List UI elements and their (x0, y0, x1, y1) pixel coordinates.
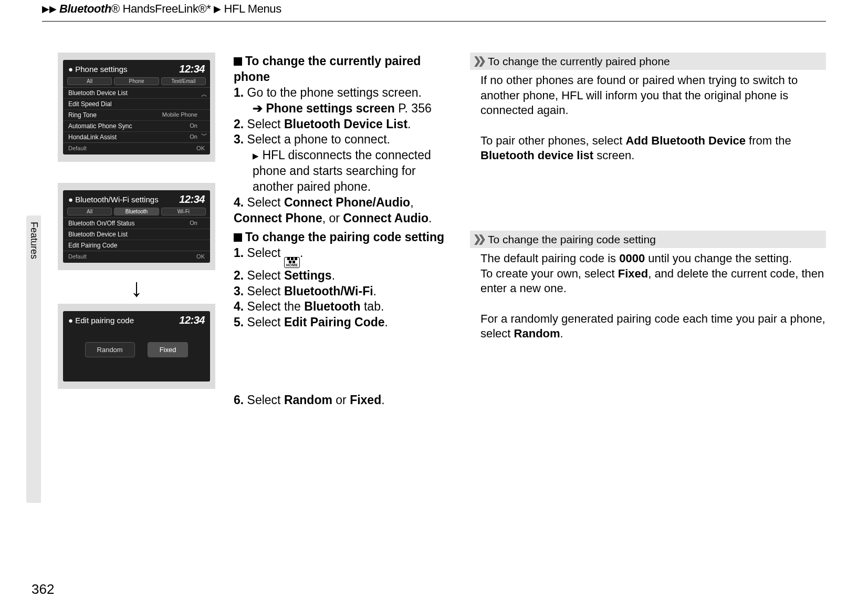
breadcrumb-part: HFL Menus (224, 2, 281, 15)
screenshot-bluetooth-wifi-settings: ● Bluetooth/Wi-Fi settings 12:34 All Blu… (58, 183, 215, 270)
step: 2. Select Bluetooth Device List. (234, 117, 459, 132)
list-item[interactable]: Bluetooth On/Off StatusOn (63, 218, 210, 229)
triangle-icon: ▶▶ (42, 4, 56, 14)
screen-footer-right[interactable]: OK (196, 253, 205, 260)
screen-title: Bluetooth/Wi-Fi settings (75, 195, 158, 204)
note-heading: ❯❯ To change the pairing code setting (470, 231, 826, 248)
list-item[interactable]: Edit Speed Dial (63, 99, 210, 110)
notes-column: ❯❯ To change the currently paired phone … (470, 53, 826, 408)
side-tab-label: Features (28, 222, 39, 259)
breadcrumb: ▶▶ Bluetooth® HandsFreeLink®* ▶ HFL Menu… (42, 0, 826, 22)
screenshot-phone-settings: ● Phone settings 12:34 All Phone Text/Em… (58, 53, 215, 162)
screen-time: 12:34 (179, 193, 205, 205)
screen-time: 12:34 (179, 63, 205, 75)
section-heading: To change the currently paired phone (234, 54, 459, 85)
list-item[interactable]: Bluetooth Device List (63, 229, 210, 240)
list-item[interactable]: Edit Pairing Code (63, 240, 210, 251)
side-tab: Features (26, 215, 41, 503)
chevron-icon: ❯❯ (473, 233, 483, 246)
step: 6. Select Random or Fixed. (234, 393, 459, 408)
step: 1. Select HOME . (234, 245, 459, 268)
scroll-indicator[interactable]: ︽︾ (201, 90, 208, 140)
sub-step: ▶ HFL disconnects the connected phone an… (253, 148, 459, 195)
screenshot-edit-pairing-code: ● Edit pairing code 12:34 Random Fixed (58, 304, 215, 389)
screen-tab[interactable]: All (67, 77, 112, 85)
breadcrumb-part: ® (111, 2, 120, 15)
home-icon: HOME (284, 257, 300, 268)
screen-time: 12:34 (179, 314, 205, 326)
step: 1. Go to the phone settings screen. (234, 85, 459, 101)
screen-tab[interactable]: Bluetooth (114, 208, 159, 215)
list-item[interactable]: Bluetooth Device List (63, 88, 210, 99)
step: 5. Select Edit Pairing Code. (234, 315, 459, 331)
list-item[interactable]: Automatic Phone SyncOn (63, 121, 210, 132)
note-body: If no other phones are found or paired w… (470, 73, 826, 170)
screen-tab[interactable]: Text/Email (161, 77, 206, 85)
instructions-column: To change the currently paired phone 1. … (234, 53, 459, 408)
triangle-icon: ▶ (214, 4, 221, 14)
random-button[interactable]: Random (85, 342, 135, 357)
step: 4. Select Connect Phone/Audio, Connect P… (234, 195, 459, 226)
list-item[interactable]: HondaLink AssistOn (63, 132, 210, 142)
page-number: 362 (32, 581, 54, 597)
triangle-icon: ▶ (253, 151, 259, 160)
list-item[interactable]: Ring ToneMobile Phone (63, 110, 210, 121)
square-icon (234, 233, 242, 242)
step: 4. Select the Bluetooth tab. (234, 299, 459, 315)
square-icon (234, 57, 242, 66)
screen-tab[interactable]: Phone (114, 77, 159, 85)
screen-title: Edit pairing code (75, 316, 134, 325)
step: 3. Select a phone to connect. (234, 132, 459, 148)
screen-title: Phone settings (75, 65, 127, 74)
screen-footer-left[interactable]: Default (68, 145, 87, 151)
screen-tab[interactable]: All (67, 208, 112, 215)
note-heading: ❯❯ To change the currently paired phone (470, 53, 826, 70)
step: 3. Select Bluetooth/Wi-Fi. (234, 284, 459, 300)
breadcrumb-part: Bluetooth (59, 2, 111, 15)
cross-reference[interactable]: ➔ Phone settings screen P. 356 (253, 101, 459, 117)
screen-tab[interactable]: Wi-Fi (161, 208, 206, 215)
breadcrumb-part: HandsFreeLink®* (120, 2, 211, 15)
section-heading: To change the pairing code setting (234, 230, 459, 245)
screen-footer-left[interactable]: Default (68, 253, 87, 260)
step: 2. Select Settings. (234, 268, 459, 284)
down-arrow-icon: ↓ (130, 275, 143, 304)
screen-footer-right[interactable]: OK (196, 145, 205, 151)
screenshot-column: ● Phone settings 12:34 All Phone Text/Em… (50, 53, 223, 408)
note-body: The default pairing code is 0000 until y… (470, 251, 826, 348)
fixed-button[interactable]: Fixed (148, 342, 189, 357)
chevron-icon: ❯❯ (473, 55, 483, 68)
